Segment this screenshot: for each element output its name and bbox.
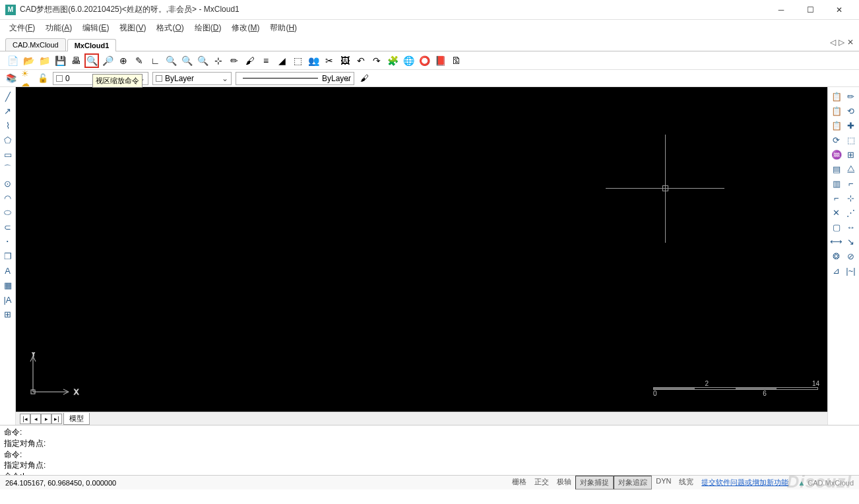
tool-icon-9[interactable]: ∟ (148, 53, 162, 68)
tool-icon-11[interactable]: 🔍 (179, 53, 194, 68)
tool-icon-19[interactable]: 👥 (306, 53, 321, 68)
modify-tool-20[interactable]: ⟷ (830, 235, 843, 248)
doc-tab[interactable]: MxCloud1 (67, 39, 117, 51)
drawing-canvas[interactable]: X Y 214 06 (16, 87, 827, 412)
maximize-button[interactable]: ☐ (796, 0, 825, 20)
tool-icon-10[interactable]: 🔍 (164, 53, 178, 68)
tab-prev-icon[interactable]: ◁ (830, 38, 836, 47)
modify-tool-5[interactable]: ✚ (844, 119, 858, 132)
menu-e[interactable]: 编辑(E) (79, 21, 113, 35)
modify-tool-24[interactable]: ⊿ (830, 264, 843, 277)
brush-icon[interactable]: 🖌 (358, 73, 370, 84)
modify-tool-14[interactable]: ⌐ (830, 191, 843, 205)
draw-tool-5[interactable]: ⌒ (1, 162, 15, 175)
tool-icon-21[interactable]: 🖼 (338, 53, 352, 68)
layers-icon[interactable]: 📚 (5, 73, 17, 84)
modify-tool-8[interactable]: ♒ (830, 148, 843, 161)
tool-icon-6[interactable]: 🔎 (100, 53, 115, 68)
doc-tab[interactable]: CAD.MxCloud (5, 38, 66, 51)
command-area[interactable]: 命令:指定对角点:命令:指定对角点:命令: (0, 425, 859, 475)
tool-icon-27[interactable]: 📕 (433, 53, 447, 68)
tool-icon-8[interactable]: ✎ (132, 53, 146, 68)
tool-icon-5[interactable]: 🔍 (84, 53, 99, 68)
tab-nav-prev-icon[interactable]: ◂ (30, 414, 41, 424)
close-button[interactable]: ✕ (825, 0, 854, 20)
draw-tool-11[interactable]: ❐ (1, 249, 15, 263)
tool-icon-23[interactable]: ↷ (369, 53, 384, 68)
tool-icon-4[interactable]: 🖶 (69, 53, 83, 68)
modify-tool-25[interactable]: |~| (844, 264, 858, 277)
modify-tool-21[interactable]: ↘ (844, 235, 858, 248)
modify-tool-22[interactable]: ❂ (830, 249, 843, 263)
modify-tool-7[interactable]: ⬚ (844, 133, 858, 146)
menu-a[interactable]: 功能(A) (42, 21, 76, 35)
modify-tool-1[interactable]: ✏ (844, 90, 858, 103)
mode-toggle[interactable]: 线宽 (675, 476, 697, 489)
modify-tool-10[interactable]: ▤ (830, 162, 843, 175)
menu-f[interactable]: 文件(F) (5, 21, 39, 35)
tool-icon-28[interactable]: 🖻 (449, 53, 463, 68)
modify-tool-4[interactable]: 📋 (830, 119, 843, 132)
tool-icon-3[interactable]: 💾 (53, 53, 67, 68)
linetype-select[interactable]: ByLayer (236, 72, 354, 85)
mode-toggle[interactable]: 正交 (530, 476, 553, 489)
modify-tool-23[interactable]: ⊘ (844, 249, 858, 263)
draw-tool-3[interactable]: ⬠ (1, 133, 15, 146)
lock-icon[interactable]: 🔓 (37, 73, 49, 84)
modify-tool-12[interactable]: ▥ (830, 177, 843, 190)
tab-next-icon[interactable]: ▷ (839, 38, 844, 47)
draw-tool-4[interactable]: ▭ (1, 148, 15, 161)
tool-icon-0[interactable]: 📄 (5, 53, 20, 68)
tool-icon-13[interactable]: ⊹ (211, 53, 226, 68)
tool-icon-17[interactable]: ◢ (274, 53, 289, 68)
modify-tool-17[interactable]: ⋰ (844, 206, 858, 219)
modify-tool-18[interactable]: ▢ (830, 220, 843, 234)
draw-tool-0[interactable]: ╱ (1, 90, 15, 103)
modify-tool-2[interactable]: 📋 (830, 104, 843, 117)
tool-icon-1[interactable]: 📂 (21, 53, 36, 68)
tool-icon-20[interactable]: ✂ (322, 53, 336, 68)
menu-h[interactable]: 帮助(H) (266, 21, 301, 35)
feedback-link[interactable]: 提交软件问题或增加新功能 (697, 478, 792, 488)
tab-nav-first-icon[interactable]: |◂ (20, 414, 30, 424)
menu-d[interactable]: 绘图(D) (191, 21, 226, 35)
modify-tool-13[interactable]: ⌐ (844, 177, 858, 190)
tool-icon-26[interactable]: ⭕ (417, 53, 431, 68)
tool-icon-24[interactable]: 🧩 (385, 53, 400, 68)
draw-tool-8[interactable]: ⬭ (1, 206, 15, 219)
mode-toggle[interactable]: 极轴 (553, 476, 575, 489)
draw-tool-9[interactable]: ⊂ (1, 220, 15, 234)
draw-tool-6[interactable]: ⊙ (1, 177, 15, 190)
layer-state-icon[interactable]: ☀☁ (21, 73, 33, 84)
mode-toggle[interactable]: 栅格 (508, 476, 530, 489)
draw-tool-13[interactable]: ▦ (1, 278, 15, 292)
tab-nav-next-icon[interactable]: ▸ (41, 414, 51, 424)
tool-icon-25[interactable]: 🌐 (401, 53, 416, 68)
color-select[interactable]: ByLayer (152, 72, 232, 85)
menu-m[interactable]: 修改(M) (228, 21, 263, 35)
tool-icon-12[interactable]: 🔍 (195, 53, 210, 68)
mode-toggle[interactable]: DYN (652, 476, 675, 489)
draw-tool-12[interactable]: A (1, 264, 15, 277)
modify-tool-0[interactable]: 📋 (830, 90, 843, 103)
draw-tool-2[interactable]: ⌇ (1, 119, 15, 132)
menu-o[interactable]: 格式(O) (152, 21, 187, 35)
tab-nav-last-icon[interactable]: ▸| (51, 414, 62, 424)
tool-icon-15[interactable]: 🖌 (243, 53, 257, 68)
tool-icon-22[interactable]: ↶ (354, 53, 368, 68)
modify-tool-6[interactable]: ⟳ (830, 133, 843, 146)
tab-close-icon[interactable]: ✕ (847, 38, 854, 47)
tool-icon-14[interactable]: ✏ (227, 53, 241, 68)
model-tab[interactable]: 模型 (63, 413, 90, 425)
minimize-button[interactable]: ─ (767, 0, 796, 20)
tool-icon-7[interactable]: ⊕ (116, 53, 131, 68)
tool-icon-2[interactable]: 📁 (37, 53, 51, 68)
draw-tool-10[interactable]: ･ (1, 235, 15, 248)
modify-tool-11[interactable]: ⧋ (844, 162, 858, 175)
tool-icon-16[interactable]: ≡ (259, 53, 273, 68)
draw-tool-14[interactable]: |A (1, 293, 15, 306)
draw-tool-7[interactable]: ◠ (1, 191, 15, 205)
modify-tool-15[interactable]: ⊹ (844, 191, 858, 205)
tool-icon-18[interactable]: ⬚ (290, 53, 305, 68)
mode-toggle[interactable]: 对象追踪 (614, 476, 652, 489)
